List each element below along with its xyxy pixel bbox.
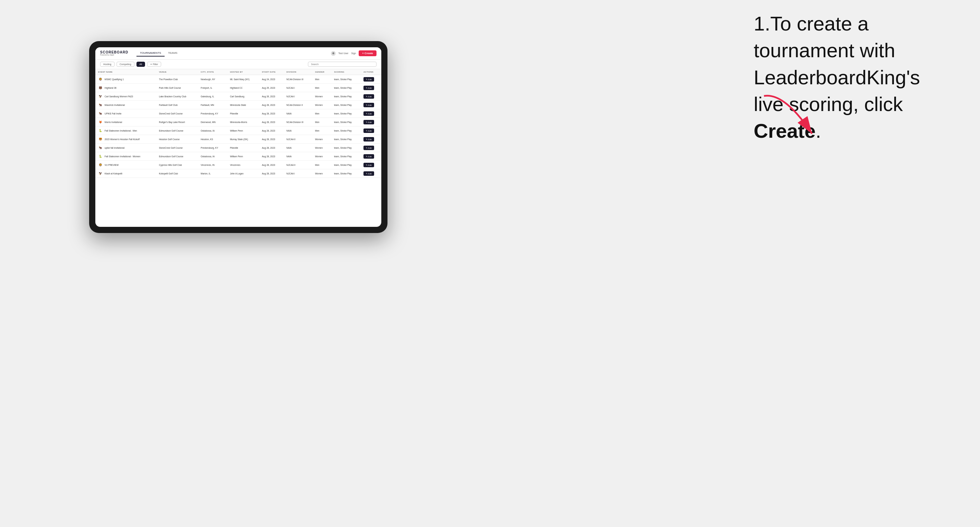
- cell-division: NAIA: [283, 152, 312, 161]
- cell-actions: ✎ Edit: [361, 161, 381, 169]
- cell-division: NJCAA II: [283, 161, 312, 169]
- cell-event-name: 🐂 Maverick Invitational: [95, 101, 156, 109]
- cell-gender: Women: [312, 101, 331, 109]
- cell-city: Newburgh, NY: [198, 75, 227, 84]
- filter-bar: Hosting Competing All ≡ Filter: [95, 60, 381, 69]
- cell-city: Vincennes, IN: [198, 161, 227, 169]
- cell-division: NJCAA I: [283, 92, 312, 101]
- edit-button[interactable]: ✎ Edit: [363, 171, 374, 176]
- table-row: 🦁 VU PREVIEW Cypress Hills Golf Club Vin…: [95, 161, 381, 169]
- cell-division: NJCAA I: [283, 84, 312, 92]
- edit-button[interactable]: ✎ Edit: [363, 103, 374, 107]
- event-name: MSMC Qualifying 1: [105, 78, 124, 81]
- header-right: ⚙ Test User Sign + Create: [331, 50, 377, 56]
- cell-hosted: Pikeville: [228, 109, 259, 118]
- cell-hosted: Carl Sandburg: [228, 92, 259, 101]
- tablet-screen: SCOREBOARD Powered by clippit TOURNAMENT…: [95, 47, 381, 227]
- settings-icon[interactable]: ⚙: [331, 51, 336, 56]
- event-name: 2023 Women's Hesston Fall Kickoff: [105, 138, 140, 140]
- cell-actions: ✎ Edit: [361, 135, 381, 144]
- cell-hosted: Vincennes: [228, 161, 259, 169]
- sign-button[interactable]: Sign: [351, 52, 356, 54]
- instruction-line3: LeaderboardKing's: [754, 66, 920, 89]
- cell-scoring: team, Stroke Play: [331, 118, 361, 127]
- cell-actions: ✎ Edit: [361, 75, 381, 84]
- col-start-date: START DATE: [259, 69, 284, 75]
- cell-venue: The Powelton Club: [156, 75, 198, 84]
- cell-date: Aug 24, 2023: [259, 75, 284, 84]
- main-nav: TOURNAMENTS TEAMS: [137, 50, 181, 57]
- nav-tab-teams[interactable]: TEAMS: [165, 50, 181, 57]
- cell-scoring: team, Stroke Play: [331, 169, 361, 178]
- cell-date: Aug 28, 2023: [259, 118, 284, 127]
- cell-venue: Edmundson Golf Course: [156, 127, 198, 135]
- table-row: 🦅 Carl Sandburg Women FA23 Lake Bracken …: [95, 92, 381, 101]
- cell-venue: Faribault Golf Club: [156, 101, 198, 109]
- table-row: 🐯 2023 Women's Hesston Fall Kickoff Hess…: [95, 135, 381, 144]
- edit-button[interactable]: ✎ Edit: [363, 146, 374, 150]
- cell-venue: StoneCrest Golf Course: [156, 144, 198, 152]
- hosting-filter[interactable]: Hosting: [100, 62, 115, 67]
- edit-button[interactable]: ✎ Edit: [363, 77, 374, 81]
- cell-event-name: 🐻 Highland 36: [95, 84, 156, 92]
- event-name: UPIKE Fall Invite: [105, 113, 121, 115]
- cell-actions: ✎ Edit: [361, 127, 381, 135]
- create-button[interactable]: + Create: [359, 50, 377, 56]
- cell-gender: Men: [312, 109, 331, 118]
- cell-actions: ✎ Edit: [361, 109, 381, 118]
- cell-gender: Men: [312, 161, 331, 169]
- cell-venue: Edmundson Golf Course: [156, 152, 198, 161]
- competing-filter[interactable]: Competing: [116, 62, 134, 67]
- event-name: Carl Sandburg Women FA23: [105, 95, 133, 98]
- cell-event-name: 🦅 Klash at Kokopelli: [95, 169, 156, 178]
- edit-button[interactable]: ✎ Edit: [363, 94, 374, 99]
- cell-city: Faribault, MN: [198, 101, 227, 109]
- team-icon: 🦁: [98, 77, 103, 81]
- cell-scoring: team, Stroke Play: [331, 152, 361, 161]
- tablet-device: SCOREBOARD Powered by clippit TOURNAMENT…: [89, 41, 388, 233]
- col-city-state: CITY, STATE: [198, 69, 227, 75]
- cell-scoring: team, Stroke Play: [331, 161, 361, 169]
- cell-division: NJCAA II: [283, 135, 312, 144]
- edit-button[interactable]: ✎ Edit: [363, 111, 374, 116]
- event-name: VU PREVIEW: [105, 164, 119, 166]
- cell-division: NCAA Division II: [283, 101, 312, 109]
- edit-button[interactable]: ✎ Edit: [363, 86, 374, 90]
- cell-event-name: 🐂 UPIKE Fall Invite: [95, 109, 156, 118]
- team-icon: 🐻: [98, 85, 103, 90]
- cell-city: Hesston, KS: [198, 135, 227, 144]
- edit-button[interactable]: ✎ Edit: [363, 120, 374, 124]
- search-input[interactable]: [308, 62, 377, 67]
- cell-actions: ✎ Edit: [361, 118, 381, 127]
- nav-tab-tournaments[interactable]: TOURNAMENTS: [137, 50, 165, 57]
- cell-event-name: 🦁 MSMC Qualifying 1: [95, 75, 156, 84]
- edit-button[interactable]: ✎ Edit: [363, 154, 374, 159]
- cell-event-name: 🐍 Fall Statesmen Invitational - Women: [95, 152, 156, 161]
- table-row: 🐂 upike fall invitational StoneCrest Gol…: [95, 144, 381, 152]
- cell-date: Aug 28, 2023: [259, 135, 284, 144]
- edit-button[interactable]: ✎ Edit: [363, 137, 374, 141]
- col-venue: VENUE: [156, 69, 198, 75]
- edit-button[interactable]: ✎ Edit: [363, 163, 374, 167]
- event-name: Fall Statesmen Invitational - Women: [105, 155, 140, 158]
- cell-city: Oskaloosa, IA: [198, 152, 227, 161]
- cell-city: Oskaloosa, IA: [198, 127, 227, 135]
- table-row: 🐻 Highland 36 Park Hills Golf Course Fre…: [95, 84, 381, 92]
- filter-button[interactable]: ≡ Filter: [147, 62, 161, 67]
- cell-hosted: William Penn: [228, 127, 259, 135]
- team-icon: 🐂: [98, 145, 103, 150]
- cell-venue: StoneCrest Golf Course: [156, 109, 198, 118]
- cell-actions: ✎ Edit: [361, 84, 381, 92]
- instruction-period: .: [816, 120, 821, 142]
- create-label: + Create: [362, 52, 373, 55]
- col-gender: GENDER: [312, 69, 331, 75]
- cell-city: Galesburg, IL: [198, 92, 227, 101]
- cell-division: NCAA Division III: [283, 118, 312, 127]
- logo-sub: Powered by clippit: [100, 54, 128, 56]
- instruction-line2: tournament with: [754, 39, 895, 61]
- col-event-name: EVENT NAME: [95, 69, 156, 75]
- cell-city: Freeport, IL: [198, 84, 227, 92]
- edit-button[interactable]: ✎ Edit: [363, 129, 374, 133]
- all-filter[interactable]: All: [137, 62, 145, 67]
- table-row: 🦊 Morris Invitational Ruttger's Bay Lake…: [95, 118, 381, 127]
